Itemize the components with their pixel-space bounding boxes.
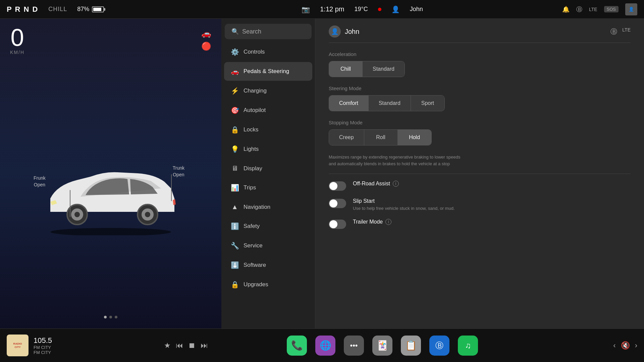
stopping-hold-btn[interactable]: Hold bbox=[398, 130, 431, 145]
stopping-creep-btn[interactable]: Creep bbox=[329, 130, 364, 145]
steering-mode-title: Steering Mode bbox=[329, 85, 631, 91]
time-display: 1:12 pm bbox=[320, 5, 344, 13]
radio-logo-text: RADIOCITY bbox=[13, 342, 22, 349]
slipstart-label: Slip Start Use to help free vehicle stuc… bbox=[353, 198, 631, 212]
autopilot-label: Autopilot bbox=[244, 107, 266, 114]
car-status-icons: 🚗 🔴 bbox=[201, 29, 211, 51]
settings-divider bbox=[329, 174, 631, 174]
dock-notes-icon[interactable]: 📋 bbox=[401, 336, 421, 356]
sidebar-item-upgrades[interactable]: 🔒 Upgrades bbox=[224, 275, 312, 294]
sidebar-item-display[interactable]: 🖥 Display bbox=[224, 159, 312, 178]
prev-track-button[interactable]: ⏮ bbox=[176, 341, 183, 350]
offroad-info-icon[interactable]: i bbox=[393, 181, 399, 187]
status-right: 🔔 Ⓑ LTE SOS 👤 bbox=[503, 3, 637, 15]
dot-1[interactable] bbox=[104, 316, 107, 318]
safety-label: Safety bbox=[244, 223, 260, 230]
dock-phone-icon[interactable]: 📞 bbox=[287, 336, 307, 356]
sidebar-item-pedals[interactable]: 🚗 Pedals & Steering bbox=[224, 62, 312, 81]
notification-icon[interactable]: 🔔 bbox=[562, 6, 570, 13]
offroad-toggle-knob bbox=[329, 182, 337, 190]
upgrades-icon: 🔒 bbox=[231, 281, 239, 289]
nav-next-button[interactable]: › bbox=[635, 341, 637, 350]
svg-point-3 bbox=[74, 212, 80, 217]
alert-icon: 🔴 bbox=[201, 42, 211, 51]
stop-button[interactable]: ⏹ bbox=[188, 341, 196, 350]
speed-unit: KM/H bbox=[10, 50, 24, 55]
trips-label: Trips bbox=[244, 184, 256, 191]
recording-dot bbox=[378, 8, 381, 11]
sidebar-item-safety[interactable]: ℹ️ Safety bbox=[224, 217, 312, 236]
sidebar-item-trips[interactable]: 📊 Trips bbox=[224, 178, 312, 197]
dock-card-icon[interactable]: 🃏 bbox=[372, 336, 392, 356]
headlights-icon: 🚗 bbox=[201, 29, 211, 38]
steering-sport-btn[interactable]: Sport bbox=[411, 96, 444, 111]
sidebar-item-autopilot[interactable]: 🎯 Autopilot bbox=[224, 101, 312, 120]
battery-percentage: 87% bbox=[77, 6, 89, 13]
lte-icon: LTE bbox=[589, 7, 597, 12]
sidebar-item-charging[interactable]: ⚡ Charging bbox=[224, 81, 312, 100]
steering-mode-section: Steering Mode Comfort Standard Sport bbox=[329, 85, 631, 111]
battery-info: 87% bbox=[77, 6, 104, 13]
lte-settings-icon: LTE bbox=[622, 27, 631, 36]
steering-comfort-btn[interactable]: Comfort bbox=[329, 96, 369, 111]
temperature-display: 19°C bbox=[355, 6, 368, 13]
steering-standard-btn[interactable]: Standard bbox=[369, 96, 411, 111]
display-label: Display bbox=[244, 165, 262, 172]
passenger-airbag-indicator: 👤 bbox=[625, 3, 637, 15]
offroad-assist-toggle[interactable] bbox=[329, 181, 346, 191]
drive-mode-display: CHILL bbox=[48, 6, 67, 13]
trailer-info-icon[interactable]: i bbox=[385, 219, 391, 225]
dock-spotify-icon[interactable]: ♫ bbox=[458, 336, 478, 356]
service-icon: 🔧 bbox=[231, 242, 239, 250]
next-track-button[interactable]: ⏭ bbox=[201, 341, 208, 350]
taskbar-right: ‹ 🔇 › bbox=[543, 341, 644, 350]
dock-browser-icon[interactable]: 🌐 bbox=[315, 336, 335, 356]
trailer-mode-toggle[interactable] bbox=[329, 220, 346, 229]
stopping-mode-section: Stopping Mode Creep Roll Hold Maximizes … bbox=[329, 120, 631, 167]
sidebar-item-navigation[interactable]: ▲ Navigation bbox=[224, 198, 312, 216]
sidebar-item-locks[interactable]: 🔒 Locks bbox=[224, 120, 312, 139]
frunk-connector-line bbox=[70, 190, 70, 217]
upgrades-label: Upgrades bbox=[244, 281, 268, 288]
car-svg bbox=[30, 155, 191, 235]
sidebar-item-software[interactable]: ⬇️ Software bbox=[224, 256, 312, 275]
trailermode-toggle-row: Trailer Mode i bbox=[329, 219, 631, 229]
dot-3[interactable] bbox=[115, 316, 117, 318]
sidebar-item-controls[interactable]: ⚙️ Controls bbox=[224, 43, 312, 61]
menu-panel: 🔍 Search ⚙️ Controls 🚗 Pedals & Steering… bbox=[221, 19, 315, 328]
search-bar[interactable]: 🔍 Search bbox=[225, 24, 312, 39]
bluetooth-status-icon[interactable]: Ⓑ bbox=[576, 5, 582, 13]
favorite-button[interactable]: ★ bbox=[164, 341, 171, 350]
acceleration-chill-btn[interactable]: Chill bbox=[329, 61, 363, 77]
trailermode-title: Trailer Mode i bbox=[353, 219, 631, 225]
software-label: Software bbox=[244, 262, 266, 268]
trailermode-label: Trailer Mode i bbox=[353, 219, 631, 226]
sidebar-item-service[interactable]: 🔧 Service bbox=[224, 236, 312, 255]
radio-logo: RADIOCITY bbox=[7, 335, 29, 356]
lights-label: Lights bbox=[244, 146, 259, 153]
bluetooth-icon[interactable]: Ⓑ bbox=[610, 27, 617, 36]
dock-apps-icon[interactable]: ••• bbox=[344, 336, 364, 356]
volume-mute-button[interactable]: 🔇 bbox=[621, 341, 630, 350]
slip-start-toggle[interactable] bbox=[329, 199, 346, 208]
controls-label: Controls bbox=[244, 49, 265, 55]
radio-station-name1: FM CITY bbox=[34, 345, 52, 350]
steering-mode-button-group: Comfort Standard Sport bbox=[329, 95, 445, 111]
sidebar-item-lights[interactable]: 💡 Lights bbox=[224, 140, 312, 159]
slip-start-toggle-knob bbox=[329, 199, 337, 207]
sos-badge[interactable]: SOS bbox=[604, 6, 619, 12]
car-panel: 0 KM/H 🚗 🔴 FrunkOpen 🔓 TrunkOpen bbox=[0, 19, 221, 328]
camera-icon[interactable]: 📷 bbox=[302, 5, 310, 13]
speed-display: 0 KM/H bbox=[10, 25, 24, 55]
dock-bluetooth-icon[interactable]: Ⓑ bbox=[429, 336, 449, 356]
trunk-connector-line bbox=[171, 174, 172, 201]
acceleration-standard-btn[interactable]: Standard bbox=[363, 61, 405, 77]
status-center: 📷 1:12 pm 19°C 👤 John bbox=[221, 5, 503, 13]
nav-prev-button[interactable]: ‹ bbox=[613, 341, 615, 350]
dot-2[interactable] bbox=[109, 316, 112, 318]
navigation-icon: ▲ bbox=[231, 203, 239, 211]
stopping-roll-btn[interactable]: Roll bbox=[364, 130, 398, 145]
radio-frequency: 105.5 bbox=[34, 336, 52, 345]
car-visual: FrunkOpen 🔓 TrunkOpen ⚡ bbox=[0, 62, 221, 328]
offroad-label: Off-Road Assist i bbox=[353, 181, 631, 188]
